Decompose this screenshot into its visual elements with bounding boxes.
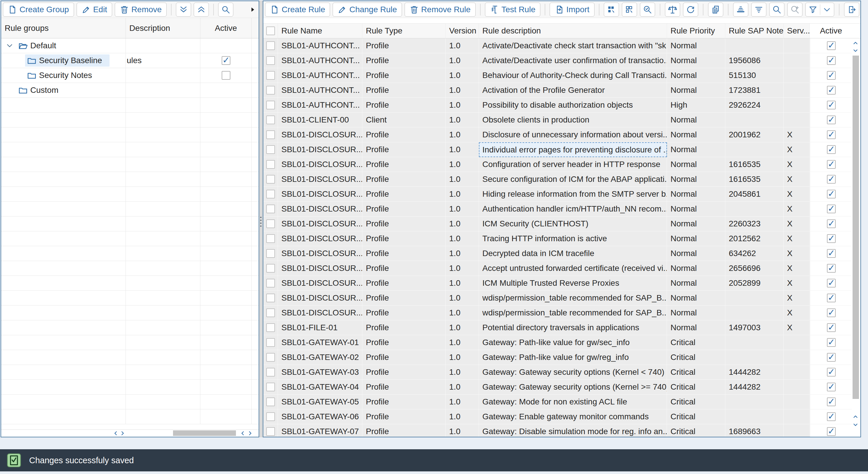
- scroll-down-icon[interactable]: [852, 421, 859, 429]
- rule-version-cell[interactable]: 1.0: [446, 306, 479, 320]
- rule-select-cell[interactable]: [263, 216, 278, 231]
- unchecked-checkbox[interactable]: [266, 205, 275, 213]
- rule-priority-cell[interactable]: Normal: [667, 157, 725, 172]
- rule-name-cell[interactable]: SBL01-FILE-01: [278, 320, 362, 335]
- checked-checkbox[interactable]: [827, 383, 836, 392]
- hscroll-thumb[interactable]: [173, 430, 236, 436]
- rule-select-cell[interactable]: [263, 83, 278, 98]
- rule-sap-note-cell[interactable]: [725, 291, 783, 306]
- rule-name-cell[interactable]: SBL01-DISCLOSUR...: [278, 172, 362, 187]
- rule-version-cell[interactable]: 1.0: [446, 231, 479, 246]
- rule-name-cell[interactable]: SBL01-GATEWAY-05: [278, 395, 362, 409]
- unchecked-checkbox[interactable]: [222, 71, 230, 80]
- rule-name-cell[interactable]: SBL01-GATEWAY-03: [278, 365, 362, 380]
- checked-checkbox[interactable]: [827, 398, 836, 406]
- create-rule-button[interactable]: Create Rule: [265, 3, 330, 16]
- rule-service-cell[interactable]: [783, 112, 810, 128]
- rule-description-cell[interactable]: Authentication handler icm/HTTP/auth_NN …: [479, 202, 667, 216]
- tree-row-default[interactable]: Default: [1, 38, 259, 53]
- rule-description-cell[interactable]: Gateway: Gateway security options (Kerne…: [479, 380, 667, 395]
- rule-type-cell[interactable]: Profile: [362, 424, 446, 437]
- rule-select-cell[interactable]: [263, 53, 278, 68]
- rule-active-cell[interactable]: [810, 172, 852, 187]
- rule-select-cell[interactable]: [263, 380, 278, 395]
- rule-priority-cell[interactable]: Normal: [667, 231, 725, 246]
- find-check-button[interactable]: [640, 3, 655, 16]
- export-button[interactable]: [844, 3, 859, 16]
- rule-type-cell[interactable]: Profile: [362, 276, 446, 291]
- rule-version-cell[interactable]: 1.0: [446, 68, 479, 83]
- expand-all-button[interactable]: [176, 3, 191, 16]
- rule-service-cell[interactable]: X: [783, 291, 810, 306]
- rule-active-cell[interactable]: [810, 395, 852, 409]
- rule-type-cell[interactable]: Profile: [362, 83, 446, 98]
- rule-sap-note-cell[interactable]: [725, 350, 783, 365]
- rule-description-cell[interactable]: Gateway: Path-like value for gw/sec_info: [479, 335, 667, 350]
- rule-type-cell[interactable]: Profile: [362, 98, 446, 112]
- rule-priority-cell[interactable]: Normal: [667, 53, 725, 68]
- rule-priority-cell[interactable]: Normal: [667, 306, 725, 320]
- rule-version-cell[interactable]: 1.0: [446, 246, 479, 261]
- rule-active-cell[interactable]: [810, 202, 852, 216]
- checked-checkbox[interactable]: [827, 130, 836, 139]
- remove-group-button[interactable]: Remove: [115, 3, 166, 16]
- unchecked-checkbox[interactable]: [266, 130, 275, 139]
- rule-select-cell[interactable]: [263, 335, 278, 350]
- rule-sap-note-cell[interactable]: 2045861: [725, 187, 783, 202]
- tree-node[interactable]: Security Notes: [25, 69, 100, 81]
- rule-type-cell[interactable]: Profile: [362, 335, 446, 350]
- rule-select-cell[interactable]: [263, 172, 278, 187]
- scroll-right-icon[interactable]: [119, 430, 126, 437]
- panel-splitter[interactable]: [259, 1, 263, 437]
- unchecked-checkbox[interactable]: [266, 86, 275, 95]
- rule-description-cell[interactable]: Gateway: Mode for non existing ACL file: [479, 395, 667, 409]
- rule-priority-cell[interactable]: Normal: [667, 246, 725, 261]
- rule-description-cell[interactable]: Disclosure of unnecessary information ab…: [479, 128, 667, 142]
- rule-priority-cell[interactable]: Critical: [667, 395, 725, 409]
- rule-description-cell[interactable]: Gateway: Disable simulation mode for reg…: [479, 424, 667, 437]
- rule-select-cell[interactable]: [263, 112, 278, 128]
- unchecked-checkbox[interactable]: [266, 294, 275, 302]
- header-checkbox[interactable]: [266, 27, 275, 35]
- rule-priority-cell[interactable]: Normal: [667, 128, 725, 142]
- rule-priority-cell[interactable]: Normal: [667, 202, 725, 216]
- scroll-up-icon[interactable]: [852, 413, 859, 421]
- rule-select-cell[interactable]: [263, 291, 278, 306]
- select-all-rows-checkbox[interactable]: [263, 24, 278, 38]
- rule-priority-cell[interactable]: Normal: [667, 216, 725, 231]
- rule-active-cell[interactable]: [810, 142, 852, 157]
- rule-select-cell[interactable]: [263, 409, 278, 424]
- test-rule-button[interactable]: Test Rule: [485, 3, 540, 16]
- rule-select-cell[interactable]: [263, 350, 278, 365]
- deselect-all-button[interactable]: [622, 3, 637, 16]
- checked-checkbox[interactable]: [827, 71, 836, 80]
- rule-active-cell[interactable]: [810, 38, 852, 53]
- checked-checkbox[interactable]: [827, 338, 836, 347]
- rule-version-cell[interactable]: 1.0: [446, 172, 479, 187]
- rule-version-cell[interactable]: 1.0: [446, 38, 479, 53]
- rule-service-cell[interactable]: [783, 53, 810, 68]
- rule-active-cell[interactable]: [810, 83, 852, 98]
- rule-version-cell[interactable]: 1.0: [446, 424, 479, 437]
- checked-checkbox[interactable]: [827, 234, 836, 243]
- column-header-rule-type[interactable]: Rule Type: [362, 24, 446, 38]
- rule-active-cell[interactable]: [810, 306, 852, 320]
- rule-row[interactable]: SBL01-DISCLOSUR...Profile1.0Tracing HTTP…: [263, 231, 861, 246]
- rule-name-cell[interactable]: SBL01-DISCLOSUR...: [278, 246, 362, 261]
- rule-description-cell[interactable]: Activation of the Profile Generator: [479, 83, 667, 98]
- rule-version-cell[interactable]: 1.0: [446, 216, 479, 231]
- rule-priority-cell[interactable]: Critical: [667, 365, 725, 380]
- rule-description-cell[interactable]: Potential directory traversals in applic…: [479, 320, 667, 335]
- unchecked-checkbox[interactable]: [266, 145, 275, 154]
- column-header-rule-groups[interactable]: Rule groups: [1, 18, 126, 38]
- checked-checkbox[interactable]: [827, 175, 836, 183]
- rule-version-cell[interactable]: 1.0: [446, 53, 479, 68]
- rule-version-cell[interactable]: 1.0: [446, 365, 479, 380]
- rule-service-cell[interactable]: X: [783, 202, 810, 216]
- rule-select-cell[interactable]: [263, 261, 278, 276]
- rule-select-cell[interactable]: [263, 128, 278, 142]
- rule-description-cell[interactable]: Hiding release information from the SMTP…: [479, 187, 667, 202]
- rule-active-cell[interactable]: [810, 335, 852, 350]
- rule-sap-note-cell[interactable]: 1444282: [725, 380, 783, 395]
- rule-priority-cell[interactable]: Critical: [667, 409, 725, 424]
